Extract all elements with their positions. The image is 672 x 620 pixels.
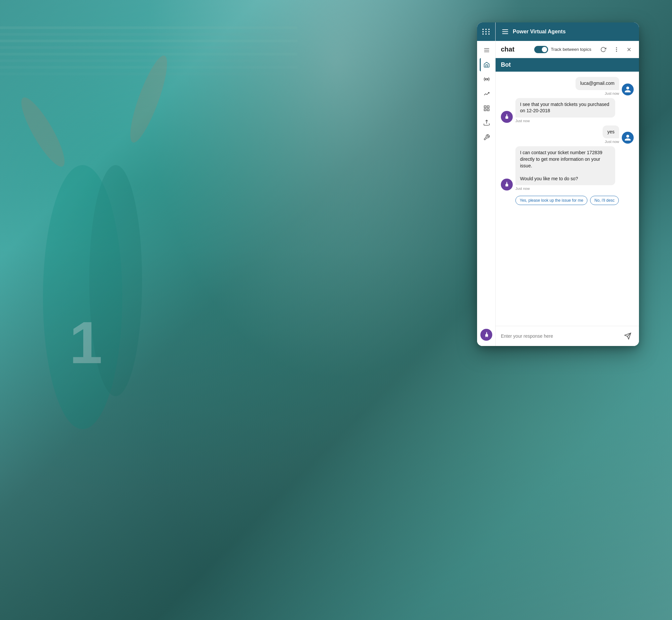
close-icon — [626, 47, 632, 52]
msg-time-3: Just now — [605, 140, 619, 144]
dot — [482, 33, 484, 35]
chat-panel: Power Virtual Agents chat Track between … — [495, 22, 639, 346]
svg-point-24 — [487, 335, 488, 335]
user-avatar-1 — [622, 84, 634, 95]
svg-point-37 — [507, 117, 508, 117]
svg-rect-3 — [0, 46, 297, 49]
analytics-icon — [483, 91, 490, 97]
dot — [485, 29, 487, 30]
svg-point-30 — [616, 47, 617, 48]
user-avatar-2 — [622, 132, 634, 144]
track-topics-toggle[interactable] — [534, 46, 548, 53]
sidebar-item-menu[interactable] — [480, 44, 493, 57]
quick-reply-yes[interactable]: Yes, please look up the issue for me — [515, 196, 587, 205]
svg-point-43 — [507, 185, 508, 186]
message-row-2: I see that your match tickets you purcha… — [501, 98, 634, 123]
svg-rect-25 — [486, 333, 487, 334]
subheader-actions — [598, 44, 634, 55]
sidebar-item-topics[interactable] — [480, 72, 493, 86]
svg-rect-22 — [485, 334, 488, 337]
svg-rect-19 — [484, 109, 486, 111]
chat-input-area — [495, 326, 639, 346]
sidebar-bot-button[interactable] — [480, 329, 492, 341]
menu-icon — [483, 47, 490, 53]
chat-header-bar: Power Virtual Agents — [495, 22, 639, 41]
msg-text-1: luca@gmail.com — [580, 81, 615, 86]
entities-icon — [483, 105, 490, 112]
sidebar-item-settings[interactable] — [480, 131, 493, 144]
app-dots-grid — [482, 29, 490, 35]
chat-input[interactable] — [501, 333, 619, 339]
dot — [488, 31, 490, 32]
sidebar-nav — [480, 41, 493, 329]
svg-point-36 — [506, 117, 507, 117]
svg-rect-5 — [0, 59, 297, 62]
toggle-container: Track between topics — [534, 46, 595, 53]
more-options-button[interactable] — [611, 44, 622, 55]
sidebar-item-analytics[interactable] — [480, 87, 493, 100]
hamburger-line — [502, 33, 508, 34]
dot — [485, 31, 487, 32]
svg-point-40 — [507, 114, 508, 115]
bot-label: Bot — [501, 61, 511, 68]
svg-point-16 — [486, 79, 488, 80]
quick-reply-no[interactable]: No, i'll desc — [590, 196, 619, 205]
quick-replies: Yes, please look up the issue for me No,… — [501, 196, 634, 205]
msg-time-1: Just now — [605, 92, 619, 95]
bot-avatar-1 — [501, 111, 513, 123]
svg-rect-44 — [506, 183, 507, 184]
dot — [485, 33, 487, 35]
message-row-4: I can contact your ticket number 172839 … — [501, 146, 634, 191]
toggle-label: Track between topics — [551, 47, 591, 52]
svg-rect-17 — [484, 106, 486, 108]
message-row-3: yes Just now — [501, 125, 634, 144]
svg-rect-41 — [506, 184, 508, 187]
chat-widget: Power Virtual Agents chat Track between … — [477, 22, 639, 346]
sidebar-item-entities[interactable] — [480, 102, 493, 115]
msg-time-4: Just now — [515, 187, 530, 191]
dot — [488, 29, 490, 30]
svg-rect-2 — [0, 40, 297, 42]
msg-text-4: I can contact your ticket number 172839 … — [520, 150, 602, 181]
refresh-icon — [600, 47, 606, 52]
user-icon — [624, 86, 631, 93]
svg-point-42 — [506, 185, 507, 186]
msg-content-2: I see that your match tickets you purcha… — [515, 98, 615, 123]
svg-rect-6 — [0, 66, 297, 69]
send-button[interactable] — [622, 330, 634, 342]
hamburger-line — [502, 30, 508, 30]
app-title: Power Virtual Agents — [513, 29, 634, 35]
close-button[interactable] — [624, 45, 634, 54]
msg-bubble-4: I can contact your ticket number 172839 … — [515, 146, 615, 185]
bot-header: Bot — [495, 58, 639, 72]
hamburger-menu[interactable] — [501, 28, 510, 35]
bot-face-icon-2 — [503, 181, 510, 188]
messages-area[interactable]: luca@gmail.com Just now — [495, 72, 639, 326]
settings-icon — [483, 134, 490, 141]
svg-rect-20 — [487, 109, 489, 111]
sidebar-item-home[interactable] — [480, 58, 493, 71]
more-icon — [614, 47, 620, 52]
svg-point-11 — [14, 93, 71, 171]
message-row-1: luca@gmail.com Just now — [501, 77, 634, 95]
msg-content-4: I can contact your ticket number 172839 … — [515, 146, 615, 191]
bot-face-icon — [503, 114, 510, 120]
svg-rect-0 — [0, 27, 297, 29]
bot-avatar-2 — [501, 178, 513, 191]
chat-subheader: chat Track between topics — [495, 41, 639, 58]
chat-title: chat — [501, 46, 531, 53]
dot — [482, 29, 484, 30]
svg-rect-35 — [506, 116, 508, 119]
svg-point-23 — [486, 335, 486, 335]
svg-point-46 — [507, 182, 508, 183]
msg-bubble-3: yes — [603, 125, 619, 139]
sidebar-item-publish[interactable] — [480, 116, 493, 130]
svg-rect-1 — [0, 33, 297, 36]
send-icon — [624, 332, 631, 340]
msg-time-2: Just now — [515, 119, 530, 123]
msg-bubble-2: I see that your match tickets you purcha… — [515, 98, 615, 117]
svg-rect-18 — [487, 106, 489, 108]
msg-text-2: I see that your match tickets you purcha… — [520, 102, 609, 114]
refresh-button[interactable] — [598, 44, 609, 55]
svg-rect-38 — [506, 115, 507, 116]
